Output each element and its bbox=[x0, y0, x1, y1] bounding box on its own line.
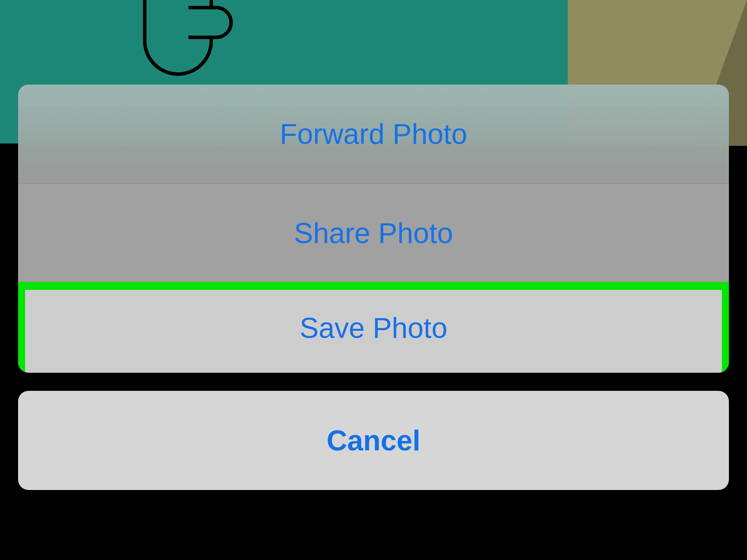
share-photo-label: Share Photo bbox=[294, 217, 453, 250]
forward-photo-label: Forward Photo bbox=[280, 117, 467, 151]
action-sheet-options: Forward Photo Share Photo Save Photo bbox=[18, 85, 729, 373]
cancel-label: Cancel bbox=[327, 424, 420, 457]
share-photo-button[interactable]: Share Photo bbox=[18, 184, 729, 283]
cancel-button[interactable]: Cancel bbox=[18, 391, 729, 490]
action-sheet: Forward Photo Share Photo Save Photo Can… bbox=[18, 85, 729, 490]
background-hand-outline bbox=[143, 0, 213, 76]
save-photo-label: Save Photo bbox=[300, 312, 447, 344]
action-sheet-cancel-group: Cancel bbox=[18, 391, 729, 490]
forward-photo-button[interactable]: Forward Photo bbox=[18, 85, 729, 184]
save-photo-button[interactable]: Save Photo bbox=[18, 283, 729, 373]
